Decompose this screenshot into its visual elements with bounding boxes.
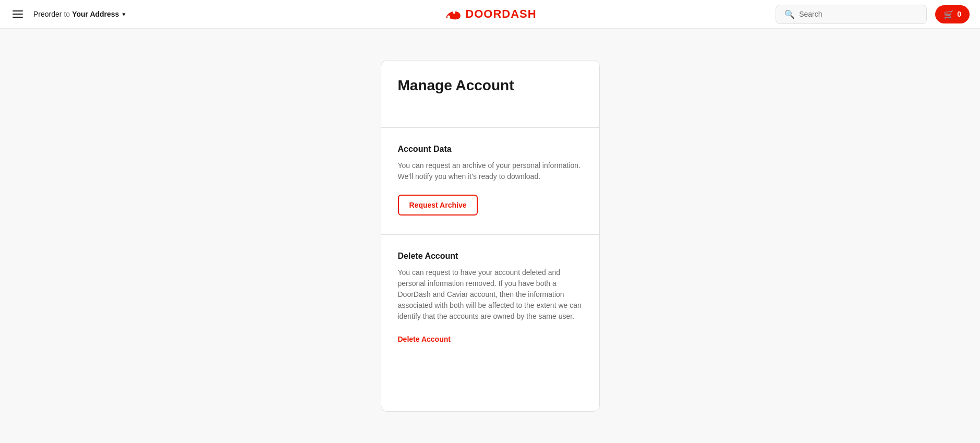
header-right: 🔍 Search 🛒 0 bbox=[776, 5, 970, 24]
svg-point-0 bbox=[447, 16, 450, 18]
account-data-description: You can request an archive of your perso… bbox=[398, 160, 583, 182]
cart-count: 0 bbox=[957, 10, 961, 18]
doordash-logo[interactable]: DOORDASH bbox=[443, 7, 536, 21]
hamburger-menu-icon[interactable] bbox=[10, 8, 25, 20]
preorder-address-selector[interactable]: Preorder to Your Address ▼ bbox=[33, 10, 126, 18]
search-bar[interactable]: 🔍 Search bbox=[776, 5, 927, 24]
cart-icon: 🛒 bbox=[943, 9, 954, 19]
manage-account-card: Manage Account Account Data You can requ… bbox=[381, 60, 600, 412]
doordash-logo-text: DOORDASH bbox=[465, 7, 536, 21]
account-data-title: Account Data bbox=[398, 145, 583, 154]
chevron-down-icon: ▼ bbox=[121, 11, 126, 17]
cart-button[interactable]: 🛒 0 bbox=[935, 5, 970, 23]
svg-point-1 bbox=[452, 11, 455, 14]
search-input[interactable]: Search bbox=[799, 10, 822, 18]
delete-account-button[interactable]: Delete Account bbox=[398, 335, 451, 343]
preorder-label: Preorder bbox=[33, 10, 62, 18]
delete-account-section: Delete Account You can request to have y… bbox=[381, 235, 599, 363]
account-data-section: Account Data You can request an archive … bbox=[381, 128, 599, 235]
page-title: Manage Account bbox=[398, 77, 583, 94]
request-archive-button[interactable]: Request Archive bbox=[398, 195, 478, 215]
doordash-swoosh-icon bbox=[443, 8, 462, 20]
page-title-section: Manage Account bbox=[381, 61, 599, 128]
delete-account-title: Delete Account bbox=[398, 252, 583, 261]
preorder-address: Your Address bbox=[72, 10, 119, 18]
main-content: Manage Account Account Data You can requ… bbox=[0, 29, 980, 443]
header: Preorder to Your Address ▼ DOORDASH 🔍 Se… bbox=[0, 0, 980, 29]
search-icon: 🔍 bbox=[784, 9, 795, 19]
header-left: Preorder to Your Address ▼ bbox=[10, 8, 126, 20]
delete-account-description: You can request to have your account del… bbox=[398, 267, 583, 322]
preorder-to: to bbox=[64, 10, 70, 18]
